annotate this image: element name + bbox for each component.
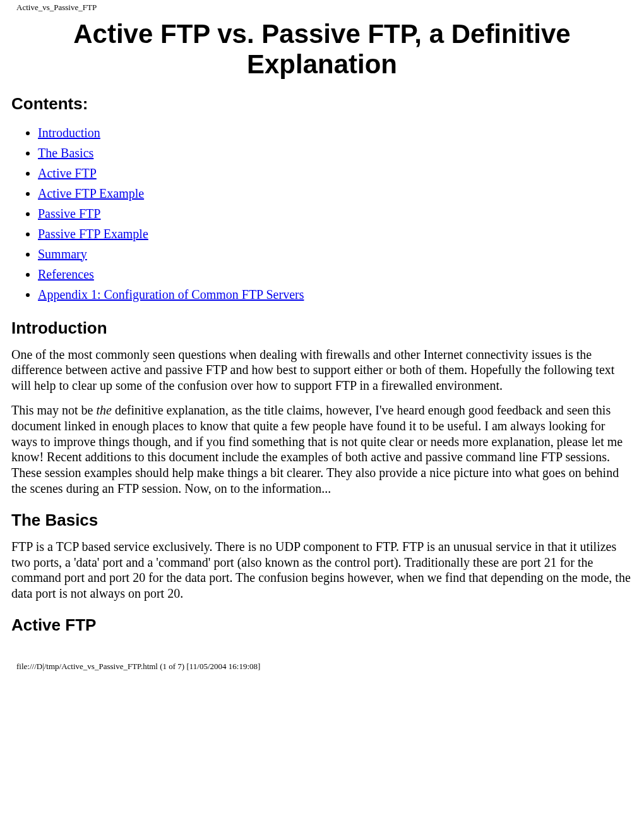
page-title: Active FTP vs. Passive FTP, a Definitive… — [11, 19, 633, 80]
active-ftp-heading: Active FTP — [11, 615, 633, 635]
table-of-contents: Introduction The Basics Active FTP Activ… — [11, 123, 633, 305]
toc-link-active-ftp-example[interactable]: Active FTP Example — [38, 186, 144, 200]
toc-item: Appendix 1: Configuration of Common FTP … — [38, 284, 633, 305]
toc-item: The Basics — [38, 143, 633, 163]
toc-link-introduction[interactable]: Introduction — [38, 126, 100, 140]
toc-item: Passive FTP Example — [38, 224, 633, 244]
toc-item: Active FTP — [38, 163, 633, 183]
page-footer-path: file:///D|/tmp/Active_vs_Passive_FTP.htm… — [0, 644, 644, 675]
introduction-heading: Introduction — [11, 318, 633, 338]
introduction-paragraph-2: This may not be the definitive explanati… — [11, 402, 633, 497]
toc-item: Summary — [38, 244, 633, 264]
toc-link-references[interactable]: References — [38, 267, 94, 281]
toc-item: Introduction — [38, 123, 633, 143]
toc-item: Active FTP Example — [38, 183, 633, 203]
introduction-paragraph-1: One of the most commonly seen questions … — [11, 347, 633, 394]
toc-item: References — [38, 264, 633, 284]
document-content: Active FTP vs. Passive FTP, a Definitive… — [0, 19, 644, 635]
page-header-filename: Active_vs_Passive_FTP — [0, 0, 644, 14]
contents-heading: Contents: — [11, 94, 633, 114]
toc-item: Passive FTP — [38, 203, 633, 224]
toc-link-summary[interactable]: Summary — [38, 247, 87, 261]
toc-link-passive-ftp-example[interactable]: Passive FTP Example — [38, 227, 148, 241]
toc-link-passive-ftp[interactable]: Passive FTP — [38, 207, 100, 221]
basics-heading: The Basics — [11, 511, 633, 530]
toc-link-basics[interactable]: The Basics — [38, 146, 93, 160]
text-span: This may not be — [11, 403, 96, 417]
emphasis-the: the — [96, 403, 111, 417]
basics-paragraph-1: FTP is a TCP based service exclusively. … — [11, 539, 633, 601]
toc-link-active-ftp[interactable]: Active FTP — [38, 166, 97, 180]
toc-link-appendix-1[interactable]: Appendix 1: Configuration of Common FTP … — [38, 287, 304, 301]
